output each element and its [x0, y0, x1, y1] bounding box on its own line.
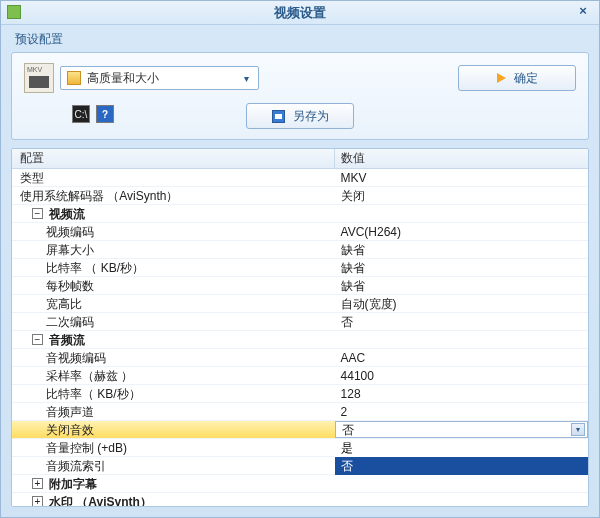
grid-row[interactable]: 屏幕大小缺省 — [12, 241, 588, 259]
row-value-text: AVC(H264) — [341, 223, 401, 241]
console-icon[interactable]: C:\ — [72, 105, 90, 123]
row-value-text: 关闭 — [341, 187, 365, 205]
row-value[interactable]: 自动(宽度) — [335, 295, 588, 312]
preset-select-text: 高质量和大小 — [87, 70, 238, 87]
row-label: 每秒帧数 — [46, 277, 94, 295]
grid-row[interactable]: 类型MKV — [12, 169, 588, 187]
grid-row[interactable]: 宽高比自动(宽度) — [12, 295, 588, 313]
row-label: 水印 （AviSynth） — [49, 493, 152, 507]
grid-rows: 类型MKV使用系统解码器 （AviSynth）关闭−视频流视频编码AVC(H26… — [12, 169, 588, 506]
grid-row[interactable]: 比特率 （ KB/秒）缺省 — [12, 259, 588, 277]
preset-select[interactable]: 高质量和大小 ▾ — [60, 66, 259, 90]
chevron-down-icon[interactable]: ▾ — [571, 423, 585, 436]
grid-row[interactable]: 比特率（ KB/秒）128 — [12, 385, 588, 403]
row-value[interactable]: 缺省 — [335, 259, 588, 276]
grid-row[interactable]: 关闭音效否▾ — [12, 421, 588, 439]
row-value-text: 缺省 — [341, 277, 365, 295]
row-value-text: 否 — [342, 421, 354, 439]
arrow-right-icon — [497, 73, 506, 83]
row-label: 音视频编码 — [46, 349, 106, 367]
row-value-text: 自动(宽度) — [341, 295, 397, 313]
mkv-file-icon — [24, 63, 54, 93]
expand-icon[interactable]: + — [32, 478, 43, 489]
collapse-icon[interactable]: − — [32, 334, 43, 345]
row-value-text: AAC — [341, 349, 366, 367]
grid-row[interactable]: 采样率（赫兹 ）44100 — [12, 367, 588, 385]
ok-button-label: 确定 — [514, 70, 538, 87]
dialog-window: 视频设置 × 预设配置 高质量和大小 ▾ 确定 C:\ ? 另存为 — [0, 0, 600, 518]
row-value[interactable]: 44100 — [335, 367, 588, 384]
row-value — [335, 331, 588, 348]
chevron-down-icon: ▾ — [238, 73, 254, 84]
row-label: 屏幕大小 — [46, 241, 94, 259]
row-value[interactable]: AVC(H264) — [335, 223, 588, 240]
row-value — [335, 493, 588, 506]
dialog-title: 视频设置 — [274, 4, 326, 22]
grid-header-value: 数值 — [335, 149, 588, 168]
row-value-text: 缺省 — [341, 259, 365, 277]
row-value[interactable]: 是否 — [335, 439, 588, 456]
row-value-text: 缺省 — [341, 241, 365, 259]
grid-header: 配置 数值 — [12, 149, 588, 169]
expand-icon[interactable]: + — [32, 496, 43, 506]
row-label: 音频流索引 — [46, 457, 106, 475]
row-label: 视频流 — [49, 205, 85, 223]
dropdown-panel[interactable]: 是否 — [335, 439, 588, 475]
row-value[interactable]: 2 — [335, 403, 588, 420]
row-label: 采样率（赫兹 ） — [46, 367, 133, 385]
preset-panel: 高质量和大小 ▾ 确定 C:\ ? 另存为 — [11, 52, 589, 140]
row-label: 二次编码 — [46, 313, 94, 331]
row-value-text: MKV — [341, 169, 367, 187]
grid-row[interactable]: 视频编码AVC(H264) — [12, 223, 588, 241]
dropdown-option[interactable]: 是 — [335, 439, 588, 457]
floppy-icon — [272, 110, 285, 123]
row-value[interactable]: 否 — [335, 313, 588, 330]
row-value[interactable]: 缺省 — [335, 241, 588, 258]
row-value — [335, 205, 588, 222]
row-label: 关闭音效 — [46, 421, 94, 439]
folder-icon — [67, 71, 81, 85]
row-label: 类型 — [20, 169, 44, 187]
grid-group-row[interactable]: +附加字幕 — [12, 475, 588, 493]
row-value[interactable]: 缺省 — [335, 277, 588, 294]
row-value[interactable]: 关闭 — [335, 187, 588, 204]
row-label: 使用系统解码器 （AviSynth） — [20, 187, 178, 205]
row-label: 比特率（ KB/秒） — [46, 385, 141, 403]
row-value[interactable]: AAC — [335, 349, 588, 366]
grid-row[interactable]: 音视频编码AAC — [12, 349, 588, 367]
row-value-text: 否 — [341, 313, 353, 331]
row-value[interactable]: 否▾ — [335, 421, 588, 438]
save-as-button[interactable]: 另存为 — [246, 103, 354, 129]
row-value-text: 128 — [341, 385, 361, 403]
ok-button[interactable]: 确定 — [458, 65, 576, 91]
row-label: 音频流 — [49, 331, 85, 349]
grid-row[interactable]: 音量控制 (+dB)是否 — [12, 439, 588, 457]
row-label: 音频声道 — [46, 403, 94, 421]
save-as-button-label: 另存为 — [293, 108, 329, 125]
grid-row[interactable]: 音频声道2 — [12, 403, 588, 421]
config-grid: 配置 数值 类型MKV使用系统解码器 （AviSynth）关闭−视频流视频编码A… — [11, 148, 589, 507]
grid-group-row[interactable]: −音频流 — [12, 331, 588, 349]
row-label: 视频编码 — [46, 223, 94, 241]
row-value — [335, 475, 588, 492]
grid-row[interactable]: 二次编码否 — [12, 313, 588, 331]
row-value-text: 44100 — [341, 367, 374, 385]
preset-section-label: 预设配置 — [1, 25, 599, 52]
close-button[interactable]: × — [575, 4, 591, 20]
app-icon — [7, 5, 21, 19]
row-value[interactable]: MKV — [335, 169, 588, 186]
row-label: 比特率 （ KB/秒） — [46, 259, 144, 277]
row-value[interactable]: 128 — [335, 385, 588, 402]
collapse-icon[interactable]: − — [32, 208, 43, 219]
help-icon[interactable]: ? — [96, 105, 114, 123]
row-value-text: 2 — [341, 403, 348, 421]
grid-row[interactable]: 使用系统解码器 （AviSynth）关闭 — [12, 187, 588, 205]
row-label: 宽高比 — [46, 295, 82, 313]
grid-group-row[interactable]: −视频流 — [12, 205, 588, 223]
grid-group-row[interactable]: +水印 （AviSynth） — [12, 493, 588, 506]
dropdown-option[interactable]: 否 — [335, 457, 588, 475]
grid-header-config: 配置 — [12, 149, 335, 168]
row-label: 附加字幕 — [49, 475, 97, 493]
grid-row[interactable]: 每秒帧数缺省 — [12, 277, 588, 295]
titlebar: 视频设置 × — [1, 1, 599, 25]
